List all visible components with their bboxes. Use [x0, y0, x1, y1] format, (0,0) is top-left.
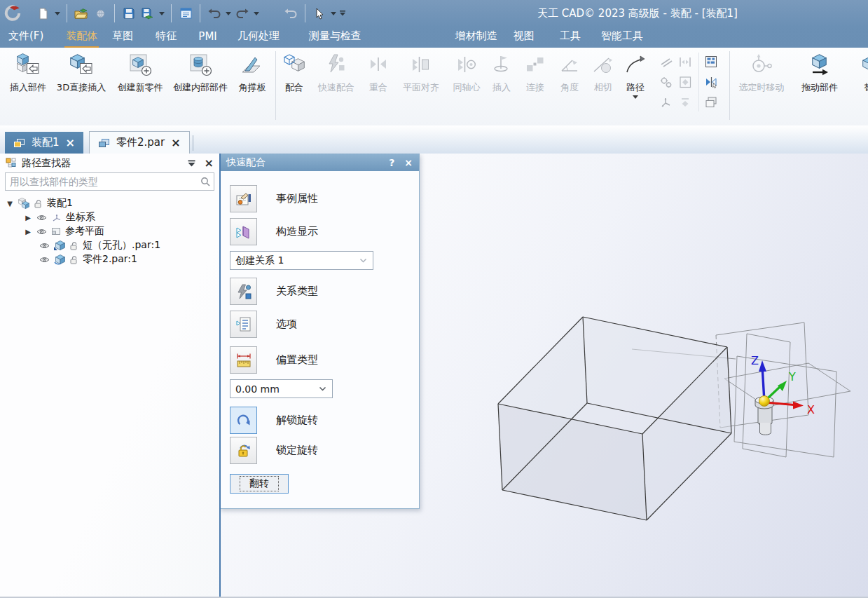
mate-button[interactable]: 配合 [278, 51, 310, 111]
tab-assembly[interactable]: 装配体 [64, 28, 99, 48]
origin-sphere[interactable] [759, 396, 770, 407]
replace-part-button[interactable]: 替换 [848, 51, 868, 111]
button-label: 角度 [560, 81, 579, 94]
redo-button[interactable] [234, 5, 251, 22]
tree-item-reference-planes[interactable]: ▶ 参考平面 [0, 224, 219, 238]
close-icon[interactable]: × [205, 158, 214, 169]
relation-type-button[interactable] [230, 278, 257, 305]
save-copy-dropdown[interactable] [158, 5, 165, 22]
tab-pmi[interactable]: PMI [197, 29, 218, 48]
close-icon[interactable]: × [171, 137, 180, 149]
save-copy-button[interactable] [139, 5, 156, 22]
flexible-icon[interactable] [676, 53, 694, 70]
3d-direct-insert-button[interactable]: 3D直接插入 [52, 51, 111, 111]
window-frames-icon[interactable] [702, 93, 719, 111]
chevron-down-icon [319, 386, 326, 391]
angle-button[interactable]: 角度 [553, 51, 586, 111]
center-plane-icon[interactable] [676, 73, 694, 90]
gears-icon[interactable] [656, 73, 674, 90]
parallel-icon[interactable] [656, 53, 674, 70]
tree-item-coordinate-system[interactable]: ▶ 坐标系 [0, 210, 219, 224]
options-button[interactable] [230, 311, 257, 338]
eye-icon[interactable] [39, 256, 50, 264]
undo-button[interactable] [206, 5, 223, 22]
tab-features[interactable]: 特征 [154, 28, 178, 48]
insert-part-button[interactable]: 插入部件 [4, 51, 52, 111]
tree-item-assembly1[interactable]: ▼ 装配1 [0, 196, 219, 210]
diamond-icon[interactable] [676, 93, 694, 111]
tab-tools[interactable]: 工具 [558, 28, 582, 48]
assemble-grid-icon[interactable] [702, 53, 719, 70]
tab-measure-inspect[interactable]: 测量与检查 [308, 28, 363, 48]
menu-file[interactable]: 文件(F) [7, 28, 45, 48]
tree-item-part2[interactable]: 零件2.par:1 [0, 252, 219, 266]
construction-display-button[interactable] [230, 218, 257, 245]
instance-properties-button[interactable] [230, 185, 257, 212]
flip-button[interactable]: 翻转 [230, 474, 289, 494]
move-when-selected-button[interactable]: 选定时移动 [732, 51, 791, 111]
path-button[interactable]: 路径 [620, 51, 651, 111]
doc-tab-part2[interactable]: 零件2.par × [89, 131, 190, 154]
tab-view[interactable]: 视图 [512, 28, 536, 48]
offset-type-button[interactable] [230, 346, 257, 374]
create-new-part-button[interactable]: 创建新零件 [111, 51, 170, 111]
qat-customize-dropdown[interactable] [339, 5, 346, 22]
connect-button[interactable]: 连接 [518, 51, 553, 111]
chevron-down-icon[interactable]: ▼ [6, 200, 14, 208]
tab-additive[interactable]: 增材制造 [454, 28, 499, 48]
path-dropdown-icon[interactable] [633, 95, 638, 99]
eye-icon[interactable] [39, 242, 50, 250]
flashfit-back-button[interactable] [282, 5, 299, 22]
tree-item-label: 坐标系 [66, 211, 95, 224]
coincide-button[interactable]: 重合 [362, 51, 394, 111]
help-button[interactable]: ? [389, 158, 394, 168]
flip-blue-icon[interactable] [702, 73, 719, 90]
search-icon[interactable] [200, 177, 210, 186]
new-document-dropdown[interactable] [54, 5, 61, 22]
save-button[interactable] [120, 5, 137, 22]
tab-geometry[interactable]: 几何处理 [236, 28, 281, 48]
planar-align-button[interactable]: 平面对齐 [394, 51, 448, 111]
unlock-rotation-button[interactable] [230, 407, 257, 434]
new-document-button[interactable] [35, 5, 52, 22]
close-icon[interactable]: × [66, 137, 75, 149]
cursor-dropdown[interactable] [330, 5, 337, 22]
unlock-icon[interactable] [69, 255, 78, 264]
gusset-button[interactable]: 角撑板 [231, 51, 273, 111]
undo-dropdown[interactable] [225, 5, 232, 22]
construction-display-label: 构造显示 [276, 225, 318, 238]
dialog-title-bar[interactable]: 快速配合 ? × [220, 154, 419, 171]
button-label: 配合 [285, 81, 303, 94]
dock-icon[interactable] [187, 159, 196, 168]
drag-part-button[interactable]: 拖动部件 [791, 51, 848, 111]
unlock-icon[interactable] [34, 199, 43, 208]
eye-icon[interactable] [36, 228, 47, 236]
relation-select[interactable]: 创建关系 1 [230, 251, 373, 270]
quick-mate-button[interactable]: 快速配合 [310, 51, 362, 111]
button-label: 平面对齐 [403, 81, 439, 94]
create-internal-part-button[interactable]: 创建内部部件 [170, 51, 231, 111]
search-input[interactable] [6, 176, 200, 187]
eye-icon[interactable] [36, 214, 47, 222]
tangent-button[interactable]: 相切 [586, 51, 620, 111]
unlock-icon[interactable] [69, 241, 78, 250]
chevron-right-icon[interactable]: ▶ [24, 214, 32, 222]
doc-tab-assembly1[interactable]: 装配1 × [5, 132, 83, 154]
redo-dropdown[interactable] [253, 5, 260, 22]
open-folder-button[interactable] [73, 5, 90, 22]
close-icon[interactable]: × [404, 158, 413, 168]
chevron-right-icon[interactable]: ▶ [24, 228, 32, 236]
coordinate-system-icon[interactable] [656, 93, 674, 111]
tree-item-part-short[interactable]: 短（无孔）.par:1 [0, 238, 219, 252]
hyperlink-button[interactable] [92, 5, 109, 22]
tab-smart-tools[interactable]: 智能工具 [600, 28, 645, 48]
box-part[interactable] [498, 317, 731, 520]
coaxial-button[interactable]: 同轴心 [448, 51, 485, 111]
document-properties-button[interactable] [177, 5, 194, 22]
lock-rotation-button[interactable] [230, 437, 257, 464]
offset-select[interactable]: 0.00 mm [230, 379, 333, 398]
insert-relation-button[interactable]: 插入 [485, 51, 518, 111]
select-cursor-button[interactable] [311, 5, 328, 22]
tab-sketch[interactable]: 草图 [111, 28, 135, 48]
component-search[interactable] [5, 172, 214, 191]
